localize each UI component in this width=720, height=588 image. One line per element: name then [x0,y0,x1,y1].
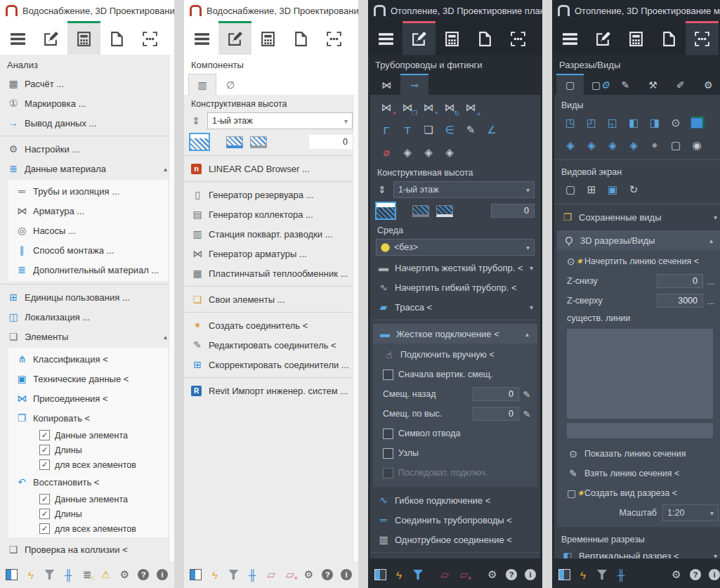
item-tank-generator[interactable]: ▯Генератор резервуара ... [184,185,358,204]
item-draw-flexible-pipe[interactable]: ∿Начертить гибкий трубопр. < [370,277,540,297]
item-create-connector[interactable]: ✶Создать соединитель < [184,315,358,335]
tab-analysis[interactable] [67,21,100,55]
scrollbar[interactable] [169,55,174,561]
tab-analysis[interactable] [436,21,469,55]
checkbox-checked[interactable]: ✓ [39,459,50,470]
group-header-3d-sections[interactable]: Ϙ3D разрезы/Виды▴ [557,230,720,250]
layer-delete-icon[interactable]: ▱× [284,568,296,581]
checkbox-checked[interactable]: ✓ [39,430,50,440]
quick-layers-icon[interactable]: ϟ [393,568,405,581]
checkbox-unchecked[interactable] [383,429,393,439]
item-localization[interactable]: ◫Локализация ... [0,307,174,327]
tab-viewport[interactable]: ▢ [556,74,584,95]
tab-components[interactable]: ▥ [188,74,216,95]
panel-toggle-icon[interactable] [190,568,202,581]
tab-tools[interactable]: ⚒ [639,74,667,95]
view-cube-left-button[interactable]: ◱ [602,114,623,132]
ellipsis-button[interactable]: ... [703,296,719,306]
item-user-units[interactable]: ⊞Единицы пользования ... [0,287,174,307]
check-vertical-first[interactable]: Сначала вертик. смещ. [380,365,535,384]
check-element-data[interactable]: ✓Данные элемента [8,492,169,507]
list-warning-icon[interactable]: ≣⚠ [81,568,93,581]
settings-gear-icon[interactable]: ⚙ [119,568,131,581]
tab-analysis[interactable] [251,21,284,55]
item-valves[interactable]: ⋈Арматура ... [8,201,169,221]
item-adjust-connectors[interactable]: ⊞Скорректировать соединители ... [184,355,358,374]
iso-view-se-button[interactable]: ◈ [581,136,602,155]
chevron-down-icon[interactable]: ▾ [530,303,536,311]
tab-design[interactable] [402,21,436,55]
tab-measure[interactable]: ✐ [667,74,694,95]
menu-button[interactable] [1,21,34,55]
isometry-view-3-button[interactable]: ◈ [439,143,460,162]
item-cad-browser[interactable]: nLINEAR CAD Browser ... [184,159,358,178]
medium-select[interactable]: <без>▾ [376,239,535,256]
item-valve-generator[interactable]: ⋈Генератор арматуры ... [184,244,358,263]
item-classification[interactable]: ⋔Классификация < [8,349,169,369]
item-apartment-station[interactable]: ▥Станция покварт. разводки ... [184,224,358,244]
storey-select[interactable]: 1-ый этаж▾ [207,112,353,129]
single-viewport-button[interactable]: ▢ [560,181,581,199]
slope-tool-button[interactable]: ❏ [418,121,439,139]
tee-tool-button[interactable]: T [397,121,418,139]
tab-pipes[interactable]: ∅ [216,74,244,95]
existing-lines-list[interactable] [567,329,713,419]
item-collector-generator[interactable]: ▤Генератор коллектора ... [184,204,358,224]
tab-output[interactable] [469,21,502,55]
window-title-bar[interactable]: Водоснабжение, 3D Проектирование м [184,0,358,21]
connector-icon[interactable]: ╫ [62,568,74,581]
window-title-bar[interactable]: Отопление, 3D Проектировние плана [368,0,542,21]
item-material-data[interactable]: ≣Данные материала▴ [0,159,174,178]
render-view-button[interactable]: ◉ [686,136,707,155]
tab-more[interactable] [502,21,535,55]
item-collision-check[interactable]: ❏Проверка на коллизии < [0,540,174,559]
solid-view-button[interactable] [686,114,707,132]
info-icon[interactable]: i [340,568,353,581]
tab-pipes[interactable]: ⊸ [400,74,428,95]
tab-valves[interactable]: ⋈ [372,74,400,95]
item-edit-connector[interactable]: ✎Редактировать соединитель < [184,335,358,355]
item-fittings[interactable]: ⊸Фитинги <▾ [370,556,540,558]
layer-icon[interactable]: ▱ [265,568,277,581]
settings-gear-icon[interactable]: ⚙ [303,568,315,581]
mirror-valve-button[interactable]: ⋈▵ [460,98,481,117]
item-settings[interactable]: ⚙Настройки ... [0,139,174,159]
tab-output[interactable] [284,21,318,55]
height-picker-icon[interactable]: ⇕ [376,184,388,195]
connector-icon[interactable]: ╫ [246,568,258,581]
display-edit-button[interactable]: ✎ [460,121,481,139]
view-cube-top-button[interactable]: ◧ [623,114,644,132]
layer-icon[interactable]: ▱ [438,568,451,581]
menu-button[interactable] [369,21,402,55]
ellipsis-button[interactable]: ... [703,276,719,287]
filter-icon[interactable] [44,568,56,581]
item-flexible-connection[interactable]: ∿Гибкое подключение < [370,490,540,510]
scale-select[interactable]: 1:20▾ [662,504,719,521]
tab-more[interactable] [133,21,166,55]
menu-button[interactable] [554,21,587,55]
item-technical-data[interactable]: ▣Технические данные < [8,369,169,388]
item-restore[interactable]: ↶Восстановить < [8,472,169,492]
checkbox-checked[interactable]: ✓ [39,445,50,455]
check-lengths[interactable]: ✓Длины [8,507,169,521]
view-cube-back-button[interactable]: ◰ [581,114,602,132]
offset-back-input[interactable]: 0 [473,387,519,401]
item-additional-material[interactable]: ≣Дополнительный материал ... [8,260,169,280]
z-bottom-input[interactable]: 0 [657,274,703,288]
item-route[interactable]: ▰Трасса <▾ [370,297,540,317]
tab-output[interactable] [100,21,133,55]
item-saved-views[interactable]: ❐Сохраненные виды▾ [554,207,720,227]
item-data-output[interactable]: →Вывод данных ... [0,113,174,133]
item-pumps[interactable]: ◎Насосы ... [8,221,169,240]
iso-view-nw-button[interactable]: ◈ [623,136,644,155]
tab-more[interactable] [686,21,719,55]
hatch-bottom-white-button[interactable] [436,205,453,217]
tab-more[interactable] [318,21,351,55]
delete-valve-button[interactable]: ⋈× [376,98,397,117]
collapse-arrow[interactable]: ▴ [525,330,532,338]
help-icon[interactable]: ? [689,568,702,581]
move-valve-button[interactable]: ⋈+ [418,98,439,117]
info-icon[interactable]: i [524,568,537,581]
check-all-elements[interactable]: ✓для всех элементов [8,457,169,472]
settings-gear-icon[interactable]: ⚙ [670,568,683,581]
